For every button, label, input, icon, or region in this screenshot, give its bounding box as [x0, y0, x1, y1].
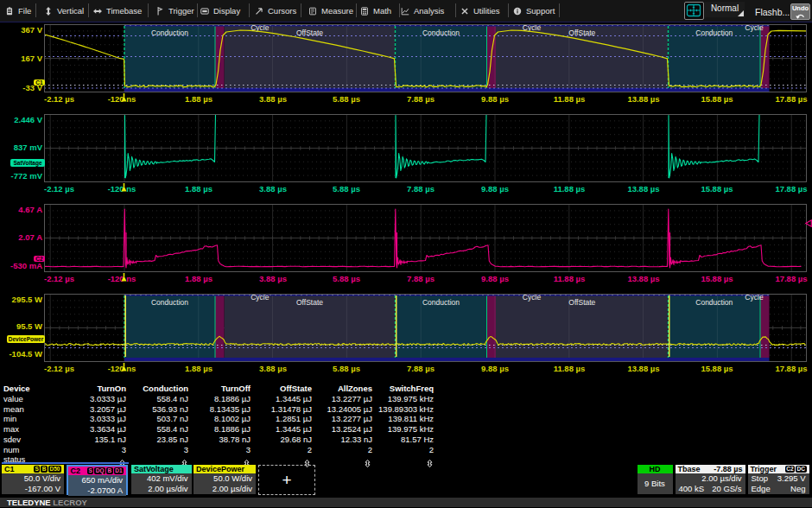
- svg-text:Conduction: Conduction: [695, 298, 733, 307]
- svg-text:Cycle: Cycle: [745, 294, 764, 302]
- svg-text:OffState: OffState: [568, 298, 595, 307]
- svg-text:Cycle: Cycle: [745, 24, 764, 32]
- svg-text:Cycle: Cycle: [251, 294, 270, 302]
- svg-text:Cycle: Cycle: [523, 294, 542, 302]
- svg-text:Conduction: Conduction: [422, 298, 460, 307]
- svg-text:OffState: OffState: [296, 298, 323, 307]
- svg-text:Conduction: Conduction: [151, 298, 188, 307]
- svg-text:Conduction: Conduction: [422, 29, 460, 37]
